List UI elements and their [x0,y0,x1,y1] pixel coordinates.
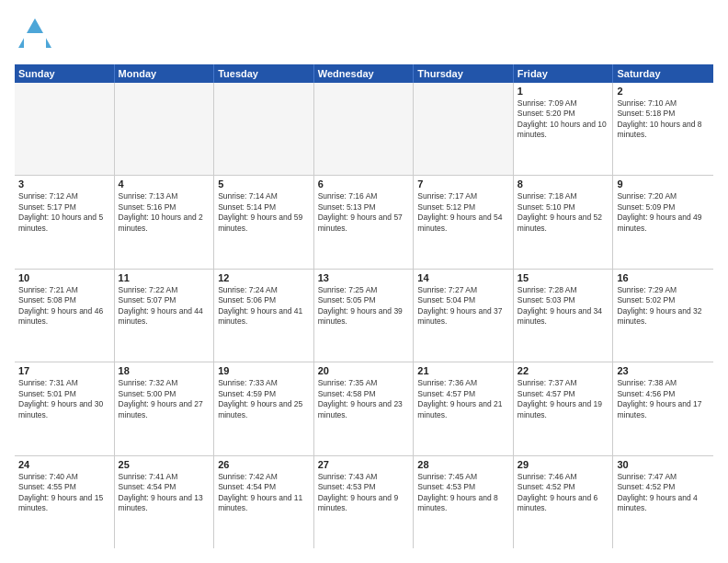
weekday-monday: Monday [115,64,215,83]
day-info: Sunrise: 7:12 AM Sunset: 5:17 PM Dayligh… [18,191,110,234]
day-number: 2 [617,86,710,97]
calendar-row: 3Sunrise: 7:12 AM Sunset: 5:17 PM Daylig… [15,176,713,269]
day-number: 21 [417,365,509,376]
table-row: 22Sunrise: 7:37 AM Sunset: 4:57 PM Dayli… [514,362,614,454]
table-row: 9Sunrise: 7:20 AM Sunset: 5:09 PM Daylig… [613,176,713,268]
table-row: 4Sunrise: 7:13 AM Sunset: 5:16 PM Daylig… [115,176,215,268]
table-row: 2Sunrise: 7:10 AM Sunset: 5:18 PM Daylig… [613,83,713,175]
day-info: Sunrise: 7:28 AM Sunset: 5:03 PM Dayligh… [518,285,609,327]
table-row: 7Sunrise: 7:17 AM Sunset: 5:12 PM Daylig… [414,176,514,268]
table-row: 28Sunrise: 7:45 AM Sunset: 4:53 PM Dayli… [414,456,514,548]
day-number: 5 [218,178,310,190]
day-info: Sunrise: 7:38 AM Sunset: 4:56 PM Dayligh… [617,378,710,420]
day-info: Sunrise: 7:21 AM Sunset: 5:08 PM Dayligh… [18,285,110,327]
day-number: 22 [518,365,609,376]
calendar-header: Sunday Monday Tuesday Wednesday Thursday… [15,64,713,83]
day-info: Sunrise: 7:46 AM Sunset: 4:52 PM Dayligh… [518,472,609,514]
day-info: Sunrise: 7:47 AM Sunset: 4:52 PM Dayligh… [617,472,710,514]
day-number: 26 [218,459,310,470]
day-number: 9 [617,178,710,190]
day-info: Sunrise: 7:16 AM Sunset: 5:13 PM Dayligh… [318,191,410,234]
table-row [15,83,115,175]
day-number: 13 [318,272,410,283]
day-number: 24 [18,459,110,470]
day-info: Sunrise: 7:22 AM Sunset: 5:07 PM Dayligh… [119,285,210,327]
table-row: 11Sunrise: 7:22 AM Sunset: 5:07 PM Dayli… [115,270,215,362]
day-number: 23 [617,365,710,376]
day-info: Sunrise: 7:36 AM Sunset: 4:57 PM Dayligh… [417,378,509,420]
day-info: Sunrise: 7:37 AM Sunset: 4:57 PM Dayligh… [518,378,609,420]
day-info: Sunrise: 7:29 AM Sunset: 5:02 PM Dayligh… [617,285,710,327]
svg-rect-1 [24,33,46,48]
table-row [115,83,215,175]
table-row [314,83,415,175]
calendar-row: 24Sunrise: 7:40 AM Sunset: 4:55 PM Dayli… [15,456,713,548]
day-info: Sunrise: 7:33 AM Sunset: 4:59 PM Dayligh… [218,378,310,420]
table-row: 19Sunrise: 7:33 AM Sunset: 4:59 PM Dayli… [214,362,314,454]
table-row: 27Sunrise: 7:43 AM Sunset: 4:53 PM Dayli… [314,456,415,548]
day-info: Sunrise: 7:31 AM Sunset: 5:01 PM Dayligh… [18,378,110,420]
day-number: 7 [417,178,509,190]
table-row: 10Sunrise: 7:21 AM Sunset: 5:08 PM Dayli… [15,270,115,362]
table-row: 14Sunrise: 7:27 AM Sunset: 5:04 PM Dayli… [414,270,514,362]
day-info: Sunrise: 7:27 AM Sunset: 5:04 PM Dayligh… [417,285,509,327]
calendar-row: 10Sunrise: 7:21 AM Sunset: 5:08 PM Dayli… [15,270,713,362]
table-row: 18Sunrise: 7:32 AM Sunset: 5:00 PM Dayli… [115,362,215,454]
table-row: 15Sunrise: 7:28 AM Sunset: 5:03 PM Dayli… [514,270,614,362]
day-info: Sunrise: 7:45 AM Sunset: 4:53 PM Dayligh… [417,472,509,514]
day-info: Sunrise: 7:13 AM Sunset: 5:16 PM Dayligh… [119,191,210,234]
table-row [414,83,514,175]
table-row: 24Sunrise: 7:40 AM Sunset: 4:55 PM Dayli… [15,456,115,548]
day-info: Sunrise: 7:09 AM Sunset: 5:20 PM Dayligh… [518,98,609,141]
table-row: 12Sunrise: 7:24 AM Sunset: 5:06 PM Dayli… [214,270,314,362]
table-row: 21Sunrise: 7:36 AM Sunset: 4:57 PM Dayli… [414,362,514,454]
day-number: 29 [518,459,609,470]
table-row: 23Sunrise: 7:38 AM Sunset: 4:56 PM Dayli… [613,362,713,454]
table-row: 25Sunrise: 7:41 AM Sunset: 4:54 PM Dayli… [115,456,215,548]
weekday-saturday: Saturday [613,64,713,83]
day-number: 25 [119,459,210,470]
logo-icon [15,15,55,55]
day-number: 10 [18,272,110,283]
header [15,15,713,55]
day-number: 28 [417,459,509,470]
weekday-tuesday: Tuesday [214,64,314,83]
weekday-sunday: Sunday [15,64,115,83]
day-info: Sunrise: 7:17 AM Sunset: 5:12 PM Dayligh… [417,191,509,234]
day-number: 1 [518,86,609,97]
table-row: 3Sunrise: 7:12 AM Sunset: 5:17 PM Daylig… [15,176,115,268]
table-row: 26Sunrise: 7:42 AM Sunset: 4:54 PM Dayli… [214,456,314,548]
page: Sunday Monday Tuesday Wednesday Thursday… [0,0,728,563]
day-number: 30 [617,459,710,470]
table-row: 6Sunrise: 7:16 AM Sunset: 5:13 PM Daylig… [314,176,415,268]
day-info: Sunrise: 7:10 AM Sunset: 5:18 PM Dayligh… [617,98,710,141]
calendar-row: 1Sunrise: 7:09 AM Sunset: 5:20 PM Daylig… [15,83,713,176]
day-number: 19 [218,365,310,376]
day-info: Sunrise: 7:41 AM Sunset: 4:54 PM Dayligh… [119,472,210,514]
day-number: 11 [119,272,210,283]
logo [15,15,59,55]
day-number: 15 [518,272,609,283]
day-number: 12 [218,272,310,283]
day-info: Sunrise: 7:18 AM Sunset: 5:10 PM Dayligh… [518,191,609,234]
day-info: Sunrise: 7:35 AM Sunset: 4:58 PM Dayligh… [318,378,410,420]
table-row: 1Sunrise: 7:09 AM Sunset: 5:20 PM Daylig… [514,83,614,175]
day-info: Sunrise: 7:14 AM Sunset: 5:14 PM Dayligh… [218,191,310,234]
table-row: 13Sunrise: 7:25 AM Sunset: 5:05 PM Dayli… [314,270,415,362]
day-number: 3 [18,178,110,190]
day-number: 8 [518,178,609,190]
table-row: 17Sunrise: 7:31 AM Sunset: 5:01 PM Dayli… [15,362,115,454]
weekday-friday: Friday [514,64,614,83]
day-number: 20 [318,365,410,376]
calendar-row: 17Sunrise: 7:31 AM Sunset: 5:01 PM Dayli… [15,362,713,455]
table-row: 20Sunrise: 7:35 AM Sunset: 4:58 PM Dayli… [314,362,415,454]
day-number: 27 [318,459,410,470]
day-number: 14 [417,272,509,283]
day-info: Sunrise: 7:43 AM Sunset: 4:53 PM Dayligh… [318,472,410,514]
day-number: 18 [119,365,210,376]
table-row: 30Sunrise: 7:47 AM Sunset: 4:52 PM Dayli… [613,456,713,548]
day-info: Sunrise: 7:25 AM Sunset: 5:05 PM Dayligh… [318,285,410,327]
table-row: 16Sunrise: 7:29 AM Sunset: 5:02 PM Dayli… [613,270,713,362]
weekday-thursday: Thursday [414,64,514,83]
table-row: 8Sunrise: 7:18 AM Sunset: 5:10 PM Daylig… [514,176,614,268]
